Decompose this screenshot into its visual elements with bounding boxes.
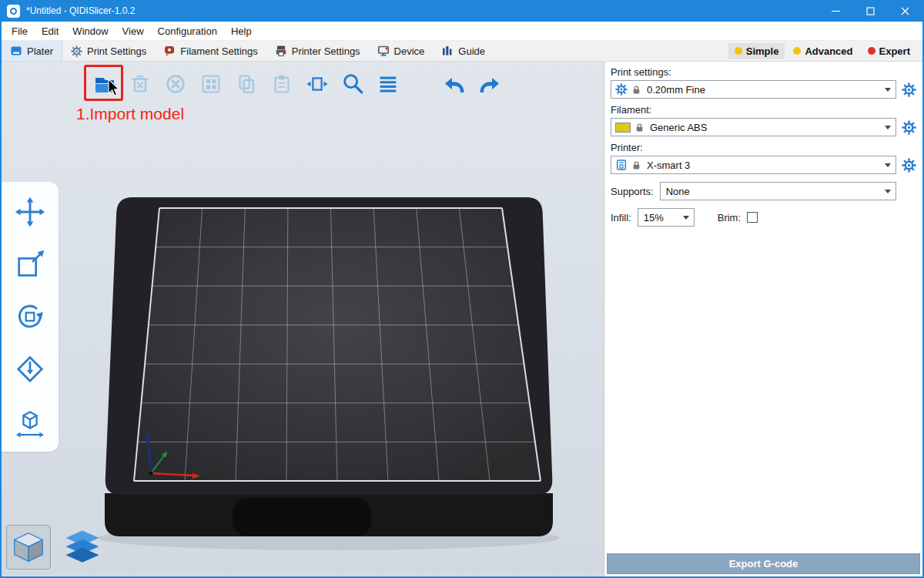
filament-label: Filament: <box>611 104 916 116</box>
mode-expert[interactable]: Expert <box>862 43 916 59</box>
menu-configuration[interactable]: Configuration <box>151 23 224 39</box>
filament-icon <box>163 45 176 57</box>
editor-view-button[interactable] <box>6 525 51 570</box>
filament-color-swatch <box>615 123 631 133</box>
delete-button[interactable] <box>123 68 157 100</box>
mode-simple[interactable]: Simple <box>728 43 785 59</box>
preview-view-button[interactable] <box>60 525 105 570</box>
infill-combo[interactable]: 15% <box>638 208 695 227</box>
move-icon <box>13 195 47 229</box>
chevron-down-icon <box>880 119 896 136</box>
move-button[interactable] <box>12 194 48 230</box>
mode-label: Simple <box>746 45 779 57</box>
scale-icon <box>13 247 47 281</box>
split-objects-button[interactable] <box>300 68 334 100</box>
plater-icon <box>10 45 22 57</box>
place-on-face-button[interactable] <box>12 351 48 387</box>
chevron-down-icon <box>880 156 896 173</box>
gear-icon <box>902 82 916 97</box>
copy-button[interactable] <box>229 68 263 100</box>
undo-icon <box>442 72 467 96</box>
filament-value: Generic ABS <box>650 122 707 133</box>
minimize-icon <box>832 7 840 15</box>
3d-editor-icon <box>11 529 46 566</box>
printer-label: Printer: <box>611 142 916 153</box>
variable-layer-height-button[interactable] <box>371 68 405 100</box>
window-controls <box>819 0 922 22</box>
preview-layers-icon <box>63 529 102 566</box>
lock-icon <box>631 160 641 170</box>
printer-gear-button[interactable] <box>896 158 916 173</box>
paste-icon <box>270 72 294 96</box>
menu-file[interactable]: File <box>5 23 35 39</box>
mode-label: Advanced <box>805 45 852 57</box>
top-toolbar <box>88 68 508 100</box>
printer-icon <box>615 159 628 171</box>
tab-print-settings[interactable]: Print Settings <box>62 41 155 61</box>
left-toolbar <box>2 182 59 452</box>
printer-icon <box>275 45 287 57</box>
undo-button[interactable] <box>437 68 471 100</box>
tabbar: Plater Print Settings Filament Settings … <box>2 41 922 62</box>
redo-button[interactable] <box>473 68 507 100</box>
brim-checkbox[interactable] <box>747 212 758 223</box>
window-title: *Untitled - QIDISlicer-1.0.2 <box>26 5 135 16</box>
filament-gear-button[interactable] <box>896 120 916 135</box>
delete-all-icon <box>163 72 188 96</box>
print-settings-combo[interactable]: 0.20mm Fine <box>611 80 896 99</box>
device-icon <box>377 45 390 57</box>
search-button[interactable] <box>336 68 370 100</box>
supports-combo[interactable]: None <box>660 182 896 200</box>
tab-label: Filament Settings <box>180 45 257 57</box>
delete-icon <box>128 72 152 96</box>
delete-all-button[interactable] <box>159 68 192 100</box>
search-icon <box>340 72 365 96</box>
split-objects-icon <box>305 72 330 96</box>
variable-layer-height-icon <box>376 72 400 96</box>
tab-printer-settings[interactable]: Printer Settings <box>266 41 369 61</box>
lock-icon <box>634 123 644 133</box>
redo-icon <box>477 72 502 96</box>
infill-label: Infill: <box>611 212 631 223</box>
tab-plater[interactable]: Plater <box>2 41 62 61</box>
mode-label: Expert <box>879 45 910 57</box>
chevron-down-icon <box>880 183 896 200</box>
app-window: *Untitled - QIDISlicer-1.0.2 File Edit W… <box>0 0 924 578</box>
close-button[interactable] <box>888 0 922 22</box>
minimize-button[interactable] <box>819 0 853 22</box>
paste-button[interactable] <box>265 68 299 100</box>
menu-edit[interactable]: Edit <box>35 23 65 39</box>
tab-device[interactable]: Device <box>369 41 434 61</box>
tab-label: Printer Settings <box>292 45 360 57</box>
menu-view[interactable]: View <box>116 23 151 39</box>
filament-combo[interactable]: Generic ABS <box>611 118 896 136</box>
viewport-3d[interactable]: 1.Import model <box>2 62 604 577</box>
menu-help[interactable]: Help <box>224 23 259 39</box>
printer-value: X-smart 3 <box>647 160 690 171</box>
arrange-button[interactable] <box>194 68 228 100</box>
export-gcode-button[interactable]: Export G-code <box>607 553 920 574</box>
tab-filament-settings[interactable]: Filament Settings <box>155 41 266 61</box>
scale-button[interactable] <box>12 247 48 282</box>
tab-label: Guide <box>458 45 485 57</box>
print-settings-gear-button[interactable] <box>896 82 916 97</box>
main-area: 1.Import model <box>2 62 922 577</box>
brim-label: Brim: <box>718 212 741 223</box>
mode-advanced[interactable]: Advanced <box>787 43 859 59</box>
tab-guide[interactable]: Guide <box>433 41 494 61</box>
printer-combo[interactable]: X-smart 3 <box>611 156 896 174</box>
rotate-button[interactable] <box>12 299 48 334</box>
infill-value: 15% <box>644 212 664 223</box>
size-button[interactable] <box>12 404 48 439</box>
gear-icon <box>902 120 916 135</box>
supports-label: Supports: <box>611 186 654 197</box>
menu-window[interactable]: Window <box>65 23 115 39</box>
rotate-icon <box>13 300 47 334</box>
chevron-down-icon <box>880 81 896 98</box>
chevron-down-icon <box>678 209 694 226</box>
place-on-face-icon <box>13 352 47 386</box>
menubar: File Edit Window View Configuration Help <box>2 22 922 41</box>
maximize-button[interactable] <box>853 0 888 22</box>
close-icon <box>901 7 909 15</box>
tab-label: Print Settings <box>87 45 146 57</box>
